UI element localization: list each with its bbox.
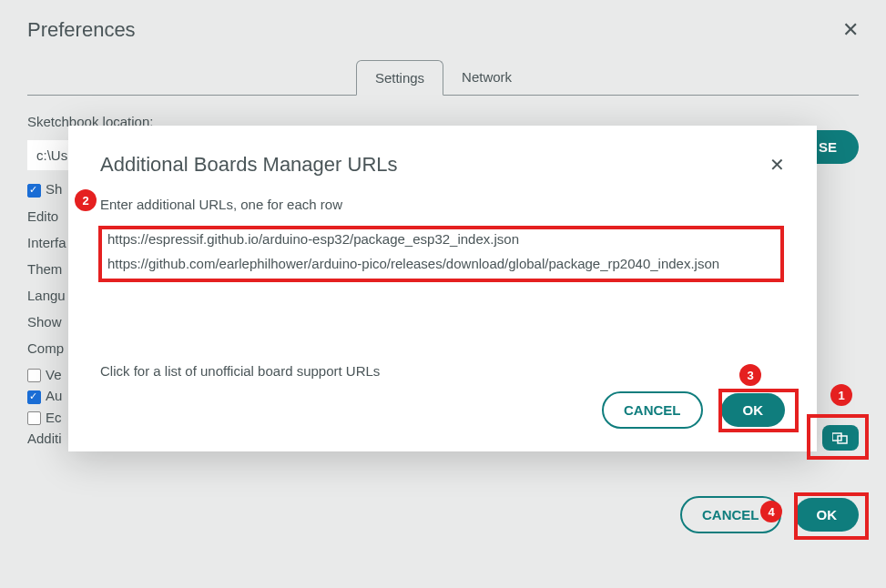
urls-textarea[interactable]	[100, 223, 785, 350]
svg-rect-1	[838, 436, 847, 443]
modal-close-icon[interactable]: ✕	[769, 154, 785, 176]
unofficial-urls-link[interactable]: Click for a list of unofficial board sup…	[100, 363, 785, 379]
expand-urls-button[interactable]	[822, 425, 859, 451]
verify-checkbox[interactable]	[27, 369, 41, 382]
tab-bar: Settings Network	[27, 60, 859, 96]
modal-title: Additional Boards Manager URLs	[100, 153, 398, 177]
prefs-ok-button[interactable]: OK	[795, 498, 860, 532]
modal-instruction: Enter additional URLs, one for each row	[100, 197, 785, 212]
modal-header: Additional Boards Manager URLs ✕	[100, 153, 785, 177]
export-label: Ec	[46, 410, 62, 425]
export-checkbox[interactable]	[27, 411, 41, 425]
show-sketches-checkbox[interactable]	[27, 184, 41, 198]
prefs-header: Preferences ✕	[27, 0, 859, 51]
marker-4: 4	[760, 501, 782, 522]
boards-manager-urls-dialog: Additional Boards Manager URLs ✕ Enter a…	[68, 126, 817, 451]
verify-label: Ve	[46, 367, 62, 382]
preferences-title: Preferences	[27, 18, 136, 42]
modal-buttons: CANCEL OK	[100, 391, 785, 429]
close-icon[interactable]: ✕	[842, 18, 859, 42]
svg-rect-0	[832, 433, 841, 441]
expand-icon	[832, 431, 849, 444]
modal-ok-button[interactable]: OK	[721, 393, 786, 427]
marker-1: 1	[830, 384, 852, 406]
modal-cancel-button[interactable]: CANCEL	[602, 391, 703, 429]
marker-2: 2	[75, 189, 97, 211]
auto-label: Au	[46, 388, 62, 403]
tab-network[interactable]: Network	[443, 60, 530, 95]
tab-settings[interactable]: Settings	[356, 60, 443, 96]
show-sketches-label: Sh	[46, 181, 62, 197]
marker-3: 3	[739, 364, 761, 386]
auto-checkbox[interactable]	[27, 390, 41, 404]
